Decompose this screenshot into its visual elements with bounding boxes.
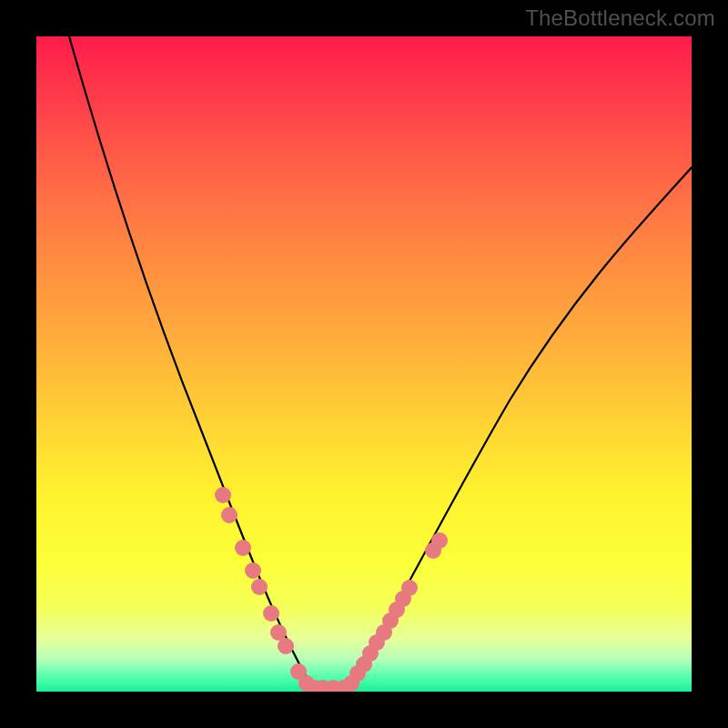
bead [215,487,231,503]
bead [235,540,251,556]
plot-area [36,36,692,692]
beads-group [215,487,448,692]
bead [245,562,261,579]
chart-stage: TheBottleneck.com [0,0,728,728]
bead [263,605,279,622]
bead [221,507,238,523]
bead [431,532,448,549]
bead [251,579,268,595]
left-curve [69,36,315,688]
bead [278,638,294,654]
chart-svg [36,36,692,692]
watermark-text: TheBottleneck.com [525,5,715,31]
bead [401,580,418,596]
